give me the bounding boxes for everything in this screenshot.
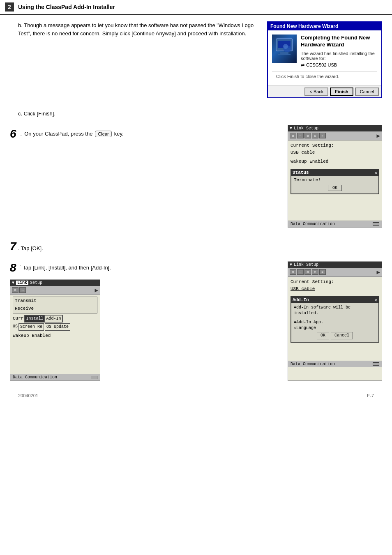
current-setting-label-3: Current Setting: (291, 279, 379, 286)
curr-label: Curr (13, 315, 23, 322)
status-title: Status ✕ (291, 170, 378, 176)
link-icon: ▼ (290, 126, 292, 131)
addin-option2: ○Language (294, 325, 376, 331)
addin-label[interactable]: Add-In (45, 315, 62, 322)
classpad-screen-2: ▼ Link Setup ⊞ → ▶ Transmit Receive (10, 279, 100, 381)
cp-body-1: Current Setting: USB cable Wakeup Enable… (288, 140, 382, 167)
step-8-left: 8. Tap [Link], [Install], and then [Add-… (10, 261, 279, 381)
step-6-number: 6 (10, 127, 16, 140)
os-update[interactable]: OS Update (45, 323, 70, 331)
step-b-prefix: b. (18, 22, 23, 28)
screen-re[interactable]: Screen Re (18, 323, 44, 331)
toolbar-icon-3-5: ≡ (319, 269, 326, 275)
step-8-period: . (20, 261, 21, 267)
step-8-text: Tap [Link], [Install], and then [Add-In]… (23, 265, 111, 271)
toolbar-icon-2-2: → (19, 287, 26, 293)
cp-arrow-3: ▶ (377, 269, 380, 276)
battery-icon-1 (373, 222, 379, 226)
toolbar-icon-2-1: ⊞ (12, 287, 18, 293)
cancel-button[interactable]: Cancel (355, 88, 379, 96)
cp-titlebar-1: ▼ Link Setup (288, 125, 382, 131)
cp-footer-text-2: Data Communication (13, 375, 57, 380)
cp-title-2-highlighted: Link (16, 281, 28, 285)
page-content: b. Though a message appears to let you k… (0, 15, 392, 405)
menu-receive[interactable]: Receive (13, 305, 97, 313)
footer-page: E-7 (367, 393, 374, 398)
addin-body: Add-In software will be installed. ●Add-… (291, 303, 378, 342)
status-ok-btn[interactable]: OK (328, 185, 342, 191)
toolbar-icon-3-3: ⊠ (304, 269, 311, 275)
battery-icon-2 (91, 376, 97, 379)
battery-icon-3 (373, 362, 379, 366)
section-header: 2 Using the ClassPad Add-In Installer (0, 0, 392, 15)
win-dialog-content: Completing the Found New Hardware Wizard… (301, 35, 377, 68)
back-button[interactable]: < Back (304, 88, 328, 96)
win-dialog-body: Completing the Found New Hardware Wizard… (268, 30, 381, 85)
toolbar-icon-1: ⊞ (290, 133, 296, 138)
toolbar-icon-3-1: ⊞ (290, 269, 296, 275)
cp-title-3: Link Setup (294, 263, 318, 267)
step-6-suffix: key. (114, 131, 124, 137)
win-dialog-buttons: < Back Finish Cancel (268, 85, 381, 97)
classpad-screen-3: ▼ Link Setup ⊞ → ⊠ ⊟ ≡ ▶ Current Setting… (288, 261, 382, 381)
current-setting-label: Current Setting: (291, 142, 379, 150)
clear-key-label: Clear (95, 131, 111, 137)
menu-transmit[interactable]: Transmit (13, 297, 97, 305)
step-7-text: Tap [OK]. (21, 245, 43, 251)
cp-spacer-2 (10, 341, 100, 374)
addin-ok-btn[interactable]: OK (317, 332, 329, 339)
current-setting-value-1: USB cable (291, 149, 379, 157)
step-c: c. Click [Finish]. (10, 111, 382, 117)
addin-close-icon: ✕ (374, 297, 377, 303)
step-b-text: b. Though a message appears to let you k… (10, 21, 259, 98)
svg-rect-3 (278, 54, 291, 55)
cp-footer-1: Data Communication (288, 221, 382, 227)
toolbar-icon-3: ⊠ (304, 133, 311, 138)
cp-toolbar-2: ⊞ → ▶ (10, 286, 100, 295)
cp-spacer-1 (288, 196, 382, 221)
cp-footer-3: Data Communication (288, 361, 382, 367)
toolbar-icon-2: → (297, 133, 304, 138)
addin-text1: Add-In software will be (294, 305, 376, 311)
cp-footer-text-3: Data Communication (291, 362, 335, 366)
cp-body-2: Transmit Receive Curr Install Add-In US … (10, 295, 100, 341)
svg-point-5 (283, 44, 288, 49)
wakeup-label-2: Wakeup Enabled (13, 332, 97, 340)
status-close-icon: ✕ (374, 170, 377, 175)
cp-title-1: Link Setup (294, 126, 318, 131)
step-6-text: 6. On your ClassPad, press the Clear key… (10, 127, 279, 140)
step-6-left: 6. On your ClassPad, press the Clear key… (10, 125, 279, 140)
wakeup-label-1: Wakeup Enabled (291, 158, 379, 166)
addin-dialog: Add-In ✕ Add-In software will be install… (291, 296, 379, 343)
toolbar-icon-3-2: → (297, 269, 304, 275)
cp-toolbar-3: ⊞ → ⊠ ⊟ ≡ ▶ (288, 268, 382, 277)
step-6-body: On your ClassPad, press the (24, 131, 92, 137)
cp-titlebar-3: ▼ Link Setup (288, 262, 382, 268)
section-title: Using the ClassPad Add-In Installer (18, 4, 115, 10)
win-dialog-subtitle: The wizard has finished installing the s… (301, 51, 377, 61)
addin-title: Add-In ✕ (291, 297, 378, 303)
usb-icon: ⇌ (301, 62, 304, 68)
addin-text2: installed. (294, 311, 376, 316)
status-dialog: Status ✕ Terminate! OK (291, 169, 379, 194)
current-setting-value-3: USB cable (291, 286, 379, 293)
addin-option1: ●Add-In App. (294, 320, 376, 325)
section-number: 2 (5, 2, 14, 12)
us-label: US (13, 323, 18, 331)
install-label[interactable]: Install (25, 315, 45, 322)
device-name: ⇌ CESG502 USB (301, 62, 377, 68)
step-6-container: 6. On your ClassPad, press the Clear key… (10, 125, 382, 228)
step-6-period: . (21, 131, 22, 137)
classpad-screen-1: ▼ Link Setup ⊞ → ⊠ ⊟ ≡ ▶ Current Setting… (288, 125, 382, 228)
step-b-container: b. Though a message appears to let you k… (10, 21, 382, 98)
cp-arrow-1: ▶ (377, 132, 380, 139)
step-8-number: 8 (10, 261, 16, 274)
finish-button[interactable]: Finish (330, 88, 353, 96)
addin-cancel-btn[interactable]: Cancel (331, 332, 353, 339)
step-7: 7. Tap [OK]. (10, 240, 382, 253)
svg-rect-2 (280, 52, 288, 54)
cp-body-3: Current Setting: USB cable (288, 277, 382, 295)
win-dialog-heading: Completing the Found New Hardware Wizard (301, 35, 377, 48)
step-7-number: 7 (10, 240, 16, 253)
cp-footer-2: Data Communication (10, 374, 100, 380)
